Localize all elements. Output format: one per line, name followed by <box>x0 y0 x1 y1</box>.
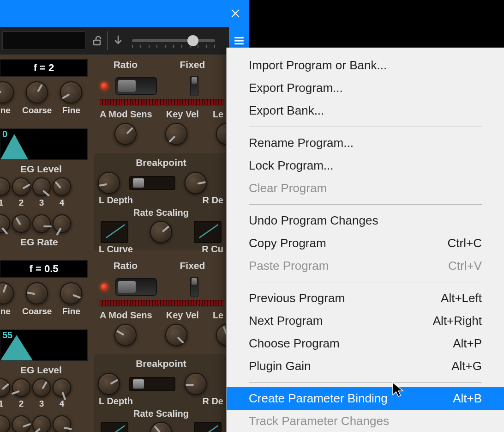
l-curve-box[interactable] <box>101 422 128 432</box>
arrow-button[interactable] <box>109 27 127 55</box>
slider-track <box>132 39 215 42</box>
fine-knob[interactable] <box>60 81 82 103</box>
ratio-fixed-switch[interactable] <box>115 278 157 296</box>
envelope-display[interactable]: 55 <box>0 329 88 361</box>
level-knob[interactable] <box>216 324 226 346</box>
eg-level-1-knob[interactable] <box>0 177 10 196</box>
eg-level-4-knob[interactable] <box>53 177 71 196</box>
key-vel-knob[interactable] <box>165 123 187 145</box>
eg-level-2-knob[interactable] <box>12 177 30 196</box>
vertical-switch[interactable] <box>190 76 198 96</box>
l-depth-label: L Depth <box>99 195 133 206</box>
eg-rate-4-knob[interactable] <box>53 214 71 233</box>
level-meter <box>100 99 224 105</box>
eg-rate-4-knob[interactable] <box>53 415 71 432</box>
window-titlebar <box>0 0 249 27</box>
ratio-label: Ratio <box>114 59 138 70</box>
rate-scaling-knob[interactable] <box>150 422 172 432</box>
coarse-knob[interactable] <box>26 282 48 304</box>
ratio-section: Ratio Fixed <box>92 260 226 297</box>
preset-name-field[interactable] <box>2 31 85 50</box>
knob-label: 3 <box>39 399 44 409</box>
eg-rate-1-knob[interactable] <box>0 415 10 432</box>
menu-item-choose-program[interactable]: Choose ProgramAlt+P <box>227 332 504 355</box>
eg-level-2-knob[interactable] <box>12 378 30 397</box>
detune-knob[interactable] <box>0 282 14 304</box>
menu-item-label: Undo Program Changes <box>249 213 378 228</box>
breakpoint-label: Breakpoint <box>98 157 224 168</box>
operator-module-2: f = 0.5 Ratio Fixed une Coarse Fine A Mo… <box>0 256 226 432</box>
eg-rate-1-knob[interactable] <box>0 214 10 233</box>
svg-rect-0 <box>94 40 100 45</box>
l-depth-knob[interactable] <box>98 172 120 194</box>
eg-level-3-knob[interactable] <box>32 177 51 196</box>
l-depth-knob[interactable] <box>98 373 120 395</box>
knob-label: 2 <box>19 198 24 208</box>
eg-rate-3-knob[interactable] <box>32 415 51 432</box>
gain-slider[interactable] <box>132 39 224 42</box>
fixed-label: Fixed <box>180 260 205 271</box>
eg-level-label: EG Level <box>20 164 62 175</box>
menu-item-export-program[interactable]: Export Program... <box>227 77 504 99</box>
lock-button[interactable] <box>88 27 106 55</box>
knob-label: 2 <box>19 399 24 409</box>
menu-item-export-bank[interactable]: Export Bank... <box>227 99 504 122</box>
knob-label: Coarse <box>22 105 52 116</box>
menu-item-lock-program[interactable]: Lock Program... <box>227 154 504 177</box>
r-depth-knob[interactable] <box>185 373 207 395</box>
detune-knob[interactable] <box>0 81 14 103</box>
coarse-knob[interactable] <box>26 81 48 103</box>
rate-scaling-knob[interactable] <box>150 221 172 243</box>
breakpoint-slider[interactable] <box>129 377 175 391</box>
eg-level-3-knob[interactable] <box>32 378 51 397</box>
r-depth-label: R De <box>202 396 223 407</box>
close-button[interactable] <box>222 0 249 27</box>
menu-item-shortcut: Ctrl+C <box>448 236 482 250</box>
level-label: Le <box>213 109 223 120</box>
eg-level-1-knob[interactable] <box>0 378 10 397</box>
lock-open-icon <box>91 35 102 46</box>
r-curve-box[interactable] <box>194 422 222 432</box>
menu-item-label: Paste Program <box>249 259 329 273</box>
breakpoint-label: Breakpoint <box>98 358 224 369</box>
envelope-display[interactable]: 0 <box>0 128 88 160</box>
breakpoint-slider[interactable] <box>129 176 175 190</box>
l-curve-box[interactable] <box>101 221 128 243</box>
menu-item-label: Export Program... <box>249 81 343 95</box>
level-knob[interactable] <box>216 123 226 145</box>
arrow-down-icon <box>114 35 123 46</box>
ratio-fixed-switch[interactable] <box>115 77 157 95</box>
ratio-led <box>101 283 108 291</box>
level-label: Le <box>213 310 223 321</box>
menu-item-create-parameter-binding[interactable]: Create Parameter BindingAlt+B <box>227 387 504 410</box>
menu-item-next-program[interactable]: Next ProgramAlt+Right <box>227 310 504 332</box>
a-mod-sens-knob[interactable] <box>114 324 137 346</box>
menu-item-label: Create Parameter Binding <box>249 391 388 406</box>
menu-item-undo-program-changes[interactable]: Undo Program Changes <box>227 209 504 232</box>
key-vel-knob[interactable] <box>165 324 187 346</box>
menu-item-plugin-gain[interactable]: Plugin GainAlt+G <box>227 355 504 377</box>
menu-item-track-parameter-changes: Track Parameter Changes <box>227 410 504 432</box>
menu-item-rename-program[interactable]: Rename Program... <box>227 132 504 154</box>
knob-label: 4 <box>60 399 65 409</box>
menu-item-copy-program[interactable]: Copy ProgramCtrl+C <box>227 232 504 255</box>
r-curve-box[interactable] <box>194 221 222 243</box>
menu-item-import-program-or-bank[interactable]: Import Program or Bank... <box>227 54 504 77</box>
eg-rate-2-knob[interactable] <box>12 214 30 233</box>
menu-item-shortcut: Alt+Left <box>441 291 482 305</box>
r m-depth-knob[interactable] <box>185 172 207 194</box>
eg-rate-2-knob[interactable] <box>12 415 30 432</box>
vertical-switch[interactable] <box>190 277 198 297</box>
toolbar-divider <box>107 31 108 50</box>
eg-rate-3-knob[interactable] <box>32 214 51 233</box>
eg-level-label: EG Level <box>20 365 62 376</box>
level-meter <box>100 300 224 306</box>
knob-label: Coarse <box>22 306 52 316</box>
a-mod-sens-knob[interactable] <box>114 123 137 145</box>
envelope-shape <box>0 134 28 159</box>
menu-item-previous-program[interactable]: Previous ProgramAlt+Left <box>227 287 504 310</box>
menu-item-shortcut: Ctrl+V <box>448 259 482 273</box>
eg-level-4-knob[interactable] <box>53 378 71 397</box>
a-mod-sens-label: A Mod Sens <box>100 310 152 321</box>
fine-knob[interactable] <box>60 282 82 304</box>
